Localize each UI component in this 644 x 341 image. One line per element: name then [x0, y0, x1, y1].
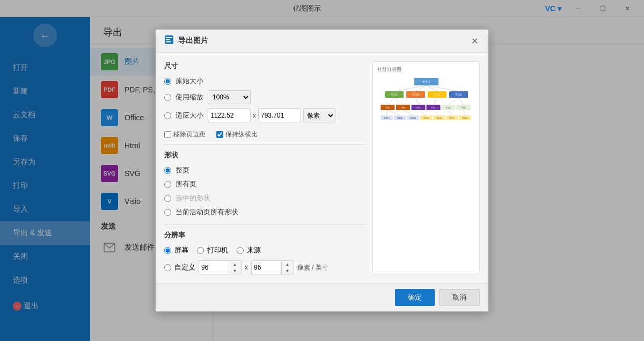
svg-text:孙D1a: 孙D1a: [449, 117, 454, 119]
divider-2: [164, 224, 366, 225]
res-y-down-btn[interactable]: ▼: [282, 267, 293, 274]
flowchart-preview: 根节点 节点A 节点B 节点C 节点D: [379, 75, 473, 183]
svg-line-32: [394, 98, 403, 105]
whole-page-label[interactable]: 整页: [175, 165, 189, 175]
shape-radio-group: 整页 所有页 选中的形状 当前活动页所有形状: [164, 165, 366, 217]
svg-line-33: [415, 98, 418, 105]
size-input-group: x 像素 厘米 英寸: [208, 108, 335, 122]
current-page-row: 当前活动页所有形状: [164, 207, 366, 217]
unit-select[interactable]: 像素 厘米 英寸: [303, 108, 335, 122]
original-size-label[interactable]: 原始大小: [175, 76, 203, 86]
cancel-button[interactable]: 取消: [439, 289, 480, 306]
remove-margin-checkbox[interactable]: [164, 131, 171, 138]
modal-header: 导出图片 ✕: [156, 30, 488, 53]
svg-text:孙A2a: 孙A2a: [410, 117, 415, 119]
all-pages-radio[interactable]: [164, 181, 171, 188]
svg-line-34: [433, 98, 437, 105]
keep-ratio-label: 保持纵横比: [216, 130, 258, 139]
svg-rect-3: [166, 39, 170, 40]
res-separator: x: [245, 264, 248, 271]
modal-header-icon: [164, 35, 174, 47]
use-scale-radio[interactable]: [164, 94, 171, 101]
res-unit-label: 像素 / 英寸: [297, 263, 328, 272]
res-x-input[interactable]: [199, 261, 229, 274]
whole-page-radio[interactable]: [164, 167, 171, 174]
svg-text:孙A1a: 孙A1a: [384, 117, 389, 119]
custom-radio[interactable]: [164, 264, 171, 271]
checkbox-row: 移除页边距 保持纵横比: [164, 130, 366, 139]
custom-label[interactable]: 自定义: [174, 263, 195, 272]
res-x-spin-btns: ▲ ▼: [229, 261, 240, 274]
res-y-input[interactable]: [252, 261, 281, 274]
screen-option: 屏幕: [164, 245, 188, 255]
fit-size-label[interactable]: 适应大小: [175, 111, 203, 120]
original-size-radio[interactable]: [164, 78, 171, 85]
export-image-modal: 导出图片 ✕ 尺寸 原始大小 使用缩放 100%: [156, 30, 488, 311]
svg-text:孙B1a: 孙B1a: [423, 117, 428, 119]
fit-size-row: 适应大小 x 像素 厘米 英寸: [164, 108, 366, 122]
modal-settings: 尺寸 原始大小 使用缩放 100% 150% 200% 75%: [164, 61, 366, 274]
size-radio-group: 原始大小 使用缩放 100% 150% 200% 75% 50%: [164, 76, 366, 122]
svg-line-56: [448, 110, 452, 115]
size-x-separator: x: [253, 112, 256, 119]
selected-shapes-label[interactable]: 选中的形状: [175, 193, 210, 203]
res-y-up-btn[interactable]: ▲: [282, 261, 293, 267]
svg-text:子A1: 子A1: [385, 106, 391, 109]
screen-radio[interactable]: [164, 247, 171, 254]
modal-overlay: 导出图片 ✕ 尺寸 原始大小 使用缩放 100%: [0, 0, 644, 341]
svg-text:孙C1a: 孙C1a: [436, 117, 441, 119]
svg-line-55: [433, 110, 439, 115]
width-input[interactable]: [208, 108, 251, 122]
res-x-up-btn[interactable]: ▲: [229, 261, 240, 267]
whole-page-row: 整页: [164, 165, 366, 175]
height-input[interactable]: [258, 108, 301, 122]
svg-line-51: [386, 110, 387, 115]
svg-text:节点A: 节点A: [390, 93, 397, 96]
printer-radio[interactable]: [197, 247, 204, 254]
resolution-section-label: 分辨率: [164, 230, 366, 240]
preview-content: 社群分析图 根节点 节点A 节点B 节点C 节点D: [373, 62, 479, 274]
source-option: 来源: [237, 245, 261, 255]
selected-shapes-radio[interactable]: [164, 195, 171, 202]
modal-preview: 社群分析图 根节点 节点A 节点B 节点C 节点D: [372, 61, 480, 274]
selected-shapes-row: 选中的形状: [164, 193, 366, 203]
current-page-label[interactable]: 当前活动页所有形状: [175, 207, 238, 217]
svg-text:子B1: 子B1: [416, 106, 421, 109]
confirm-button[interactable]: 确定: [395, 289, 435, 306]
res-y-spin-btns: ▲ ▼: [281, 261, 293, 274]
svg-text:子C1: 子C1: [430, 106, 436, 109]
scale-select[interactable]: 100% 150% 200% 75% 50%: [208, 90, 251, 104]
svg-line-18: [426, 85, 458, 91]
chart-title-preview: 社群分析图: [377, 66, 401, 73]
original-size-row: 原始大小: [164, 76, 366, 86]
source-radio[interactable]: [237, 247, 244, 254]
res-x-down-btn[interactable]: ▼: [229, 267, 240, 274]
svg-line-54: [418, 110, 426, 115]
svg-text:子D1: 子D1: [445, 106, 451, 109]
modal-close-button[interactable]: ✕: [469, 35, 480, 46]
current-page-radio[interactable]: [164, 209, 171, 216]
printer-option: 打印机: [197, 245, 228, 255]
svg-rect-2: [166, 37, 172, 38]
use-scale-row: 使用缩放 100% 150% 200% 75% 50%: [164, 90, 366, 104]
svg-line-15: [394, 85, 426, 91]
svg-text:子A2: 子A2: [400, 106, 406, 109]
custom-res-row: 自定义 ▲ ▼ x ▲ ▼: [164, 260, 366, 274]
svg-line-31: [387, 98, 394, 105]
svg-line-36: [458, 98, 463, 105]
shape-section-label: 形状: [164, 150, 366, 160]
svg-line-52: [387, 110, 400, 115]
svg-line-57: [463, 110, 465, 115]
keep-ratio-checkbox[interactable]: [216, 131, 223, 138]
modal-title: 导出图片: [178, 36, 465, 46]
svg-line-35: [448, 98, 458, 105]
fit-size-radio[interactable]: [164, 112, 171, 119]
use-scale-label[interactable]: 使用缩放: [175, 92, 203, 102]
svg-rect-4: [166, 41, 171, 42]
divider-1: [164, 144, 366, 145]
svg-text:节点B: 节点B: [412, 93, 419, 96]
svg-text:孙A1b: 孙A1b: [397, 117, 402, 119]
all-pages-label[interactable]: 所有页: [175, 179, 196, 189]
svg-text:子D2: 子D2: [460, 106, 466, 109]
res-y-input-wrapper: ▲ ▼: [251, 260, 294, 274]
